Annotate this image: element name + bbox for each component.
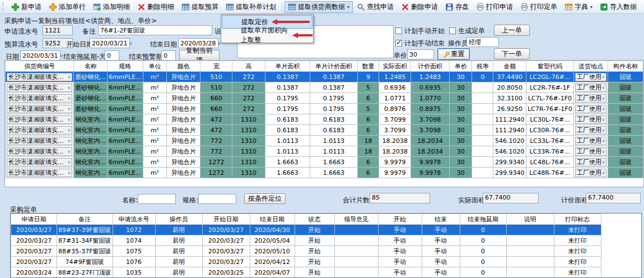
end-delay-field[interactable] [105, 50, 119, 61]
remark-field[interactable] [98, 25, 212, 35]
table-row[interactable]: 长沙市潇湘玻璃实...∨钢化室内...6mmPLE...m²异地合片127213… [6, 168, 643, 178]
cell-combo[interactable]: 工厂使用∨ [573, 72, 608, 82]
column-header[interactable]: 单片计价面积 [310, 61, 357, 72]
column-header[interactable]: 规格 [107, 61, 143, 72]
table-row[interactable]: 长沙市潇湘玻璃实...∨钢化室内...6mmPLE...m²异地合片472131… [6, 114, 643, 125]
cell-combo[interactable]: 长沙市潇湘玻璃实...∨ [6, 114, 74, 125]
cell-combo[interactable]: 工厂使用∨ [573, 82, 608, 93]
menu-item-extract-area-roundup[interactable]: 提取单片面积向上取整 [222, 29, 312, 42]
cell-combo[interactable]: 长沙市潇湘玻璃实...∨ [6, 157, 74, 168]
print-request-button[interactable]: 打印申请 [473, 1, 516, 13]
previous-order-button[interactable]: 上一单 [494, 25, 530, 36]
dictionary-button[interactable]: 字典 ▾ [561, 1, 596, 13]
request-no-field[interactable] [43, 25, 73, 35]
column-header[interactable]: 名称 [74, 61, 108, 72]
cell-combo[interactable]: 工厂使用∨ [573, 93, 608, 104]
table-row[interactable]: 2020/03/2787#31-34F窗固玻1074易明2020/03/2720… [11, 235, 601, 246]
column-header[interactable]: 供货商编号 [6, 61, 74, 72]
column-header[interactable]: 构件名称 [608, 61, 643, 72]
table-row[interactable]: 2020/03/2789#37-39F窗固玻1072易明2020/03/2720… [11, 225, 601, 235]
column-header[interactable]: 实际面积 [379, 61, 411, 72]
new-request-button[interactable]: 新申请 [8, 1, 45, 13]
cell-combo[interactable]: 工厂使用∨ [573, 104, 608, 114]
cell-combo[interactable]: 长沙市潇湘玻璃实...∨ [6, 125, 74, 136]
column-header[interactable]: 状态 [295, 214, 334, 225]
table-row[interactable]: 长沙市潇湘玻璃实...∨钢化室内...6mmPLE...m²异地合片772131… [6, 136, 643, 146]
cell-combo[interactable]: 工厂使用∨ [573, 125, 608, 136]
generate-order-checkbox[interactable] [449, 27, 456, 34]
import-data-button[interactable]: 导入数据 [596, 1, 640, 13]
table-row[interactable]: 长沙市潇湘玻璃实...∨钢化室内...6mmPLE...m²异地合片772131… [6, 146, 643, 157]
filter-name-input[interactable] [138, 194, 176, 204]
column-header[interactable]: 窗型代码 [526, 61, 573, 72]
table-row[interactable]: 长沙市潇湘玻璃实...∨磨砂钢化...6mmPLE...m²异地合片510272… [6, 72, 643, 82]
column-header[interactable]: 金额 [493, 61, 526, 72]
column-header[interactable]: 操作员 [155, 214, 202, 225]
save-button[interactable]: 存盘 [442, 1, 472, 13]
cell: 0 [472, 72, 493, 82]
delete-detail-button[interactable]: 删除明细 [134, 1, 178, 13]
column-header[interactable]: 开始日期 [202, 214, 250, 225]
table-row[interactable]: 长沙市潇湘玻璃实...∨磨砂钢化...6mmPLE...m²异地合片660272… [6, 104, 643, 114]
column-header[interactable]: 高 [232, 61, 265, 72]
column-header[interactable]: 说明 [506, 214, 554, 225]
column-header[interactable]: 结束日期 [250, 214, 295, 225]
column-header[interactable]: 领导意见 [334, 214, 378, 225]
cell-combo[interactable]: 长沙市潇湘玻璃实...∨ [6, 168, 74, 178]
plan-manual-end-checkbox[interactable] [395, 40, 402, 47]
table-row[interactable]: 长沙市潇湘玻璃实...∨钢化室内...6mmPLE...m²异地合片472131… [6, 125, 643, 136]
filter-spec-input[interactable] [198, 194, 236, 204]
column-header[interactable]: 送货地点 [573, 61, 608, 72]
delete-request-button[interactable]: 删除申请 [398, 1, 441, 13]
column-header[interactable]: 开始 [378, 214, 422, 225]
cell-combo[interactable]: 工厂使用∨ [573, 168, 608, 178]
extract-supplement-plan-button[interactable]: 提取补单计划 [222, 1, 279, 13]
column-header[interactable]: 单片面积 [265, 61, 310, 72]
table-row[interactable]: 长沙市潇湘玻璃实...∨磨砂钢化...6mmPLE...m²异地合片660272… [6, 93, 643, 104]
cell-combo[interactable]: 长沙市潇湘玻璃实...∨ [6, 104, 74, 114]
unit-price-field[interactable] [407, 49, 434, 59]
cell-combo[interactable]: 长沙市潇湘玻璃实...∨ [6, 136, 74, 146]
add-row-button[interactable]: 添加单行 [45, 1, 89, 13]
cell-combo[interactable]: 工厂使用∨ [573, 157, 608, 168]
table-row[interactable]: 2020/03/2774#9F窗固玻1076易明2020/03/272020/0… [11, 257, 601, 267]
print-order-button[interactable]: 打印定单 [517, 1, 561, 13]
column-header[interactable]: 数量 [357, 61, 379, 72]
cell-combo[interactable]: 工厂使用∨ [573, 136, 608, 146]
locate-by-condition-button[interactable]: 按条件定位 [244, 193, 286, 204]
start-date-picker[interactable]: 2020/03/21∨ [90, 38, 130, 48]
column-header[interactable]: 备注 [57, 214, 113, 225]
table-row[interactable]: 2020/03/2488#23-27F门顶玻1035易明2020/03/2520… [11, 267, 601, 278]
table-row[interactable]: 2020/03/2788#35-37F窗固玻1075易明2020/03/2720… [11, 246, 601, 257]
column-header[interactable]: 结束拖延期 [460, 214, 506, 225]
cell-combo[interactable]: 长沙市潇湘玻璃实...∨ [6, 93, 74, 104]
column-header[interactable]: 宽 [200, 61, 232, 72]
reset-button[interactable]: 重置 [437, 48, 470, 60]
plan-manual-start-checkbox[interactable] [395, 27, 402, 34]
find-request-button[interactable]: 查找申请 [353, 1, 397, 13]
column-header[interactable]: 颜色 [167, 61, 200, 72]
cell-combo[interactable]: 长沙市潇湘玻璃实...∨ [6, 146, 74, 157]
column-header[interactable]: 计价面积 [411, 61, 450, 72]
copy-current-item-button[interactable]: 复制当前项 [179, 50, 220, 61]
next-order-button[interactable]: 下一单 [494, 48, 530, 59]
column-header[interactable]: 税率 [472, 61, 493, 72]
operator-field[interactable] [466, 37, 499, 47]
cell-combo[interactable]: 长沙市潇湘玻璃实...∨ [6, 82, 74, 93]
cell-combo[interactable]: 工厂使用∨ [573, 146, 608, 157]
add-detail-button[interactable]: 添加明细 [90, 1, 133, 13]
column-header[interactable]: 申请日期 [11, 214, 57, 225]
extract-supplier-data-button[interactable]: 提取供货商数据 ▾ [284, 1, 353, 13]
table-row[interactable]: 长沙市潇湘玻璃实...∨磨砂钢化...6mmPLE...m²异地合片510272… [6, 82, 643, 93]
end-warning-field[interactable] [161, 50, 176, 61]
column-header[interactable]: 单价 [449, 61, 472, 72]
column-header[interactable]: 打印标志 [554, 214, 601, 225]
column-header[interactable]: 单位 [143, 61, 167, 72]
table-row[interactable]: 长沙市潇湘玻璃实...∨钢化室内...6mmPLE...m²异地合片127213… [6, 157, 643, 168]
column-header[interactable]: 申请流水号 [113, 214, 155, 225]
extract-budget-button[interactable]: 提取预算 [178, 1, 222, 13]
cell-combo[interactable]: 工厂使用∨ [573, 114, 608, 125]
date-picker[interactable]: 2020/03/31∨ [20, 50, 60, 61]
column-header[interactable]: 结束 [422, 214, 460, 225]
cell-combo[interactable]: 长沙市潇湘玻璃实...∨ [6, 72, 74, 82]
